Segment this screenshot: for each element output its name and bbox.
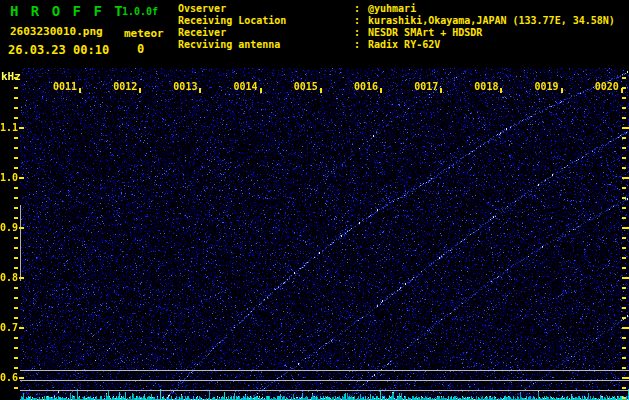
- freq-tick-mark-right: [622, 317, 626, 319]
- freq-tick-mark: [19, 177, 24, 179]
- freq-tick-mark-right: [622, 377, 629, 379]
- antenna-value: Radix RY-62V: [368, 39, 440, 51]
- freq-tick-label: 0.7: [0, 322, 18, 333]
- location-label: Receiving Location: [178, 15, 354, 27]
- freq-tick-mark-right: [622, 237, 626, 239]
- time-tick-label: 0019: [532, 81, 562, 92]
- location-value: kurashiki,Okayama,JAPAN (133.77E, 34.58N…: [368, 15, 615, 27]
- time-tick-label: 0014: [231, 81, 261, 92]
- freq-tick-mark: [14, 287, 18, 289]
- observer-value: @yuhmari: [368, 3, 416, 15]
- freq-tick-mark-right: [622, 247, 626, 249]
- freq-tick-mark: [14, 97, 18, 99]
- freq-tick-mark: [14, 367, 18, 369]
- vertical-marker-line: [20, 205, 21, 281]
- freq-tick-mark-right: [622, 287, 626, 289]
- freq-tick-mark: [14, 87, 18, 89]
- freq-tick-mark: [14, 157, 18, 159]
- freq-tick-mark: [14, 347, 18, 349]
- freq-tick-mark: [14, 247, 18, 249]
- freq-tick-mark: [19, 127, 24, 129]
- colon-separator: :: [354, 39, 368, 51]
- time-tick-mark: [500, 88, 502, 93]
- freq-tick-mark-right: [622, 207, 626, 209]
- freq-tick-mark: [14, 237, 18, 239]
- freq-tick-mark: [19, 327, 24, 329]
- freq-tick-mark: [19, 277, 24, 279]
- freq-tick-mark-right: [622, 357, 626, 359]
- freq-tick-mark-right: [622, 337, 626, 339]
- freq-tick-mark: [14, 317, 18, 319]
- receiver-value: NESDR SMArt + HDSDR: [368, 27, 482, 39]
- time-tick-label: 0018: [471, 81, 501, 92]
- freq-tick-label: 1.1: [0, 122, 18, 133]
- freq-tick-mark: [14, 257, 18, 259]
- freq-tick-mark-right: [622, 197, 626, 199]
- colon-separator: :: [354, 15, 368, 27]
- freq-tick-mark: [14, 187, 18, 189]
- freq-tick-mark-right: [622, 397, 626, 399]
- observation-datetime: 26.03.23 00:10: [8, 43, 109, 57]
- time-tick-label: 0012: [110, 81, 140, 92]
- time-tick-mark: [380, 88, 382, 93]
- time-tick-mark: [320, 88, 322, 93]
- output-filename: 2603230010.png: [10, 25, 103, 38]
- freq-tick-mark: [14, 387, 18, 389]
- app-version: 1.0.0f: [122, 6, 158, 17]
- freq-tick-mark: [14, 307, 18, 309]
- time-tick-mark: [79, 88, 81, 93]
- info-row-receiver: Receiver:NESDR SMArt + HDSDR: [178, 27, 615, 39]
- freq-tick-mark: [14, 217, 18, 219]
- freq-tick-mark-right: [622, 167, 626, 169]
- freq-tick-mark-right: [622, 307, 626, 309]
- info-row-observer: Ovserver:@yuhmari: [178, 3, 615, 15]
- freq-tick-mark: [14, 207, 18, 209]
- time-tick-mark: [199, 88, 201, 93]
- reference-line: [20, 380, 629, 381]
- time-tick-label: 0015: [291, 81, 321, 92]
- freq-tick-mark-right: [622, 177, 629, 179]
- freq-tick-mark-right: [622, 127, 629, 129]
- freq-tick-mark: [19, 377, 24, 379]
- freq-tick-label: 0.6: [0, 372, 18, 383]
- reference-line: [20, 390, 629, 391]
- freq-tick-mark-right: [622, 117, 626, 119]
- freq-tick-mark-right: [622, 217, 626, 219]
- freq-tick-mark-right: [622, 77, 626, 79]
- info-row-antenna: Recviving antenna:Radix RY-62V: [178, 39, 615, 51]
- hrofft-screen: H R O F F T 1.0.0f 2603230010.png meteor…: [0, 0, 629, 400]
- freq-tick-label: 0.8: [0, 272, 18, 283]
- time-tick-mark: [440, 88, 442, 93]
- meteor-count-label: meteor: [124, 27, 164, 40]
- freq-tick-mark-right: [622, 297, 626, 299]
- freq-tick-mark: [14, 117, 18, 119]
- reference-line: [20, 370, 629, 371]
- time-tick-label: 0011: [50, 81, 80, 92]
- time-tick-mark: [260, 88, 262, 93]
- freq-tick-mark-right: [622, 257, 626, 259]
- freq-tick-mark-right: [622, 267, 626, 269]
- time-tick-mark: [561, 88, 563, 93]
- freq-tick-mark: [19, 227, 24, 229]
- freq-tick-mark-right: [622, 97, 626, 99]
- freq-tick-mark-right: [622, 227, 629, 229]
- time-tick-label: 0016: [351, 81, 381, 92]
- freq-tick-mark-right: [622, 387, 626, 389]
- freq-tick-label: 0.9: [0, 222, 18, 233]
- freq-tick-mark-right: [622, 107, 626, 109]
- observation-info: Ovserver:@yuhmari Receiving Location:kur…: [178, 3, 615, 51]
- time-tick-mark: [139, 88, 141, 93]
- freq-tick-mark-right: [622, 87, 626, 89]
- freq-tick-mark: [14, 147, 18, 149]
- time-tick-label: 0017: [411, 81, 441, 92]
- spectrogram-canvas: [20, 68, 629, 400]
- freq-tick-mark-right: [622, 347, 626, 349]
- freq-tick-mark: [14, 107, 18, 109]
- time-tick-label: 0013: [170, 81, 200, 92]
- freq-tick-mark: [14, 337, 18, 339]
- freq-tick-mark-right: [622, 367, 626, 369]
- freq-tick-mark-right: [622, 277, 629, 279]
- freq-tick-mark-right: [622, 327, 629, 329]
- freq-tick-mark: [14, 167, 18, 169]
- colon-separator: :: [354, 3, 368, 15]
